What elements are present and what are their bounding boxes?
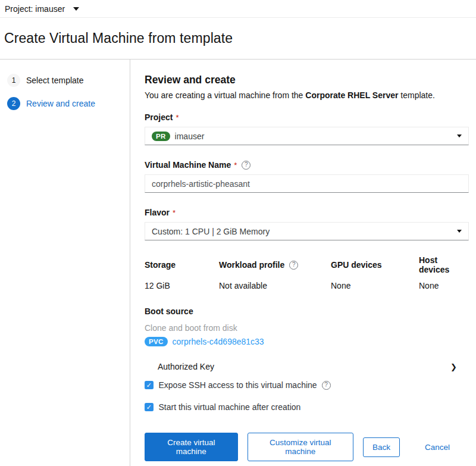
boot-source-section: Boot source Clone and boot from disk PVC… [145,307,469,346]
project-select[interactable]: PR imauser [145,127,469,145]
authorized-key-expander[interactable]: Authorized Key ❯ [145,359,469,374]
project-label-row: Project * [145,112,469,122]
project-field-group: Project * PR imauser [145,112,469,145]
help-icon[interactable]: ? [242,161,250,170]
required-asterisk: * [234,161,237,170]
create-virtual-machine-button[interactable]: Create virtual machine [145,433,238,461]
project-resource-badge: PR [152,132,170,141]
pvc-link[interactable]: corprhels-c4d698e81c33 [173,337,264,346]
vm-name-field-group: Virtual Machine Name * ? [145,160,469,193]
page-title: Create Virtual Machine from template [4,30,233,46]
project-selector-label: Project: imauser [5,4,65,14]
step-2-label: Review and create [26,99,95,108]
intro-suffix: template. [398,90,434,100]
project-select-value: imauser [175,132,457,141]
flavor-label: Flavor [145,208,170,217]
start-after-creation-label: Start this virtual machine after creatio… [159,402,301,412]
intro-prefix: You are creating a virtual machine from … [145,90,305,100]
pvc-resource-badge: PVC [145,337,168,346]
flavor-label-row: Flavor * [145,208,469,217]
expose-ssh-row: ✓ Expose SSH access to this virtual mach… [145,380,469,390]
section-heading: Review and create [145,74,469,86]
caret-down-icon [457,230,462,233]
storage-header: Storage [145,255,219,274]
page-header: Create Virtual Machine from template [0,18,476,60]
boot-source-label: Boot source [145,307,469,316]
wizard-step-review-and-create[interactable]: 2 Review and create [7,97,130,110]
step-1-circle: 1 [7,74,20,87]
wizard-nav: 1 Select template 2 Review and create [0,60,130,466]
host-devices-value: None [419,281,469,290]
create-vm-page: Project: imauser Create Virtual Machine … [0,0,476,466]
wizard-step-select-template[interactable]: 1 Select template [7,74,130,87]
main-area: 1 Select template 2 Review and create Re… [0,60,476,466]
workload-profile-header: Workload profile? [219,255,331,274]
vm-name-label-row: Virtual Machine Name * ? [145,160,469,170]
flavor-field-group: Flavor * Custom: 1 CPU | 2 GiB Memory [145,208,469,240]
back-button[interactable]: Back [363,437,400,457]
pvc-row: PVC corprhels-c4d698e81c33 [145,337,469,346]
vm-name-input[interactable] [145,174,469,193]
chevron-right-icon: ❯ [450,362,457,371]
expose-ssh-checkbox[interactable]: ✓ [145,381,154,390]
caret-down-icon [73,7,79,11]
wizard-footer: Create virtual machine Customize virtual… [145,433,469,466]
help-icon[interactable]: ? [322,381,331,390]
expose-ssh-label: Expose SSH access to this virtual machin… [159,380,317,390]
flavor-select[interactable]: Custom: 1 CPU | 2 GiB Memory [145,222,469,240]
authorized-key-label: Authorized Key [158,362,450,371]
required-asterisk: * [173,208,176,217]
storage-value: 12 GiB [145,281,219,290]
gpu-devices-header: GPU devices [331,255,419,274]
customize-virtual-machine-button[interactable]: Customize virtual machine [248,433,353,461]
boot-source-description: Clone and boot from disk [145,323,469,333]
details-grid: Storage Workload profile? GPU devices Ho… [145,255,469,290]
project-selector[interactable]: Project: imauser [0,0,476,18]
step-2-circle: 2 [7,97,20,110]
step-1-label: Select template [26,76,84,85]
required-asterisk: * [176,113,178,122]
template-name: Corporate RHEL Server [305,90,398,100]
intro-text: You are creating a virtual machine from … [145,90,469,100]
help-icon[interactable]: ? [289,261,298,270]
caret-down-icon [457,135,462,137]
start-after-creation-row: ✓ Start this virtual machine after creat… [145,402,469,412]
vm-name-label: Virtual Machine Name [145,160,231,170]
workload-profile-value: Not available [219,281,331,290]
host-devices-header: Host devices [419,255,469,274]
cancel-button[interactable]: Cancel [415,437,459,457]
project-label: Project [145,112,173,122]
gpu-devices-value: None [331,281,419,290]
review-and-create-panel: Review and create You are creating a vir… [130,60,476,466]
start-after-creation-checkbox[interactable]: ✓ [145,403,154,412]
flavor-select-value: Custom: 1 CPU | 2 GiB Memory [152,227,457,236]
